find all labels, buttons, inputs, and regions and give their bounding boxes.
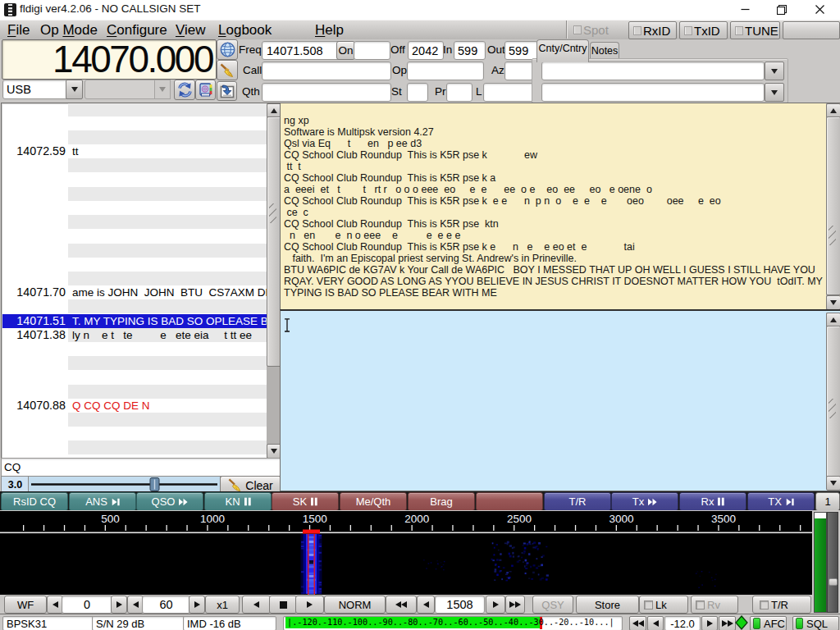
macro-button-tx[interactable]: Tx xyxy=(611,492,678,511)
blank-toggle[interactable] xyxy=(783,21,840,39)
tab-cnty-cntry[interactable]: Cnty/Cntry xyxy=(536,39,589,62)
freq-right-fast-button[interactable] xyxy=(505,596,525,614)
maximize-button[interactable] xyxy=(764,0,800,19)
mnemonic-underline: L xyxy=(218,22,226,38)
TUNE-toggle[interactable]: TUNE xyxy=(730,21,780,39)
menu-help[interactable]: Help xyxy=(315,21,344,39)
time-on-input[interactable] xyxy=(354,41,390,60)
browser-stripe xyxy=(68,244,268,258)
tx-text-panel[interactable] xyxy=(280,309,840,491)
macro-button-rx[interactable]: Rx xyxy=(679,492,746,511)
wf-forward-button[interactable] xyxy=(295,596,324,614)
menu-file[interactable]: File xyxy=(7,21,30,39)
TxID-toggle[interactable]: TxID xyxy=(679,21,728,39)
qrz-lookup-button[interactable] xyxy=(217,39,238,60)
macro-button-me-qth[interactable]: Me/Qth xyxy=(340,492,407,511)
macro-button-1[interactable]: 1 xyxy=(815,492,840,511)
freq-left-button[interactable] xyxy=(417,596,435,614)
browser-channel-row[interactable]: 14071.70ame is JOHN JOHN BTU CS7AXM DE W xyxy=(2,285,267,299)
wf-norm-button[interactable]: NORM xyxy=(324,596,386,614)
scroll-down-button[interactable] xyxy=(826,295,840,310)
sql-right-fast-button[interactable] xyxy=(719,616,736,630)
scroll-down-button[interactable] xyxy=(826,476,840,491)
close-button[interactable] xyxy=(801,0,838,19)
wf-speed-left-button[interactable] xyxy=(47,596,63,614)
country-combo-input[interactable] xyxy=(541,62,765,80)
store-button[interactable]: Store xyxy=(576,596,639,614)
squelch-slider[interactable] xyxy=(827,512,838,613)
squelch-value[interactable]: -12.0 xyxy=(664,616,701,630)
county-combo-arrow[interactable] xyxy=(765,83,784,102)
scrollbar-thumb[interactable] xyxy=(826,116,840,295)
browser-channel-row[interactable]: 14070.88Q CQ CQ DE N xyxy=(2,399,267,413)
op-input[interactable] xyxy=(407,62,484,80)
wf-back-button[interactable] xyxy=(242,596,271,614)
wf-mode-button[interactable]: WF xyxy=(4,596,47,614)
call-input[interactable] xyxy=(262,62,391,80)
macro-button-tx[interactable]: TX xyxy=(747,492,815,511)
sql-right-button[interactable] xyxy=(701,616,718,630)
save-qso-button[interactable] xyxy=(217,81,237,101)
macro-button-ans[interactable]: ANS xyxy=(69,492,136,511)
freq-left-fast-button[interactable] xyxy=(386,596,417,614)
wf-offset-value[interactable]: 60 xyxy=(142,596,190,614)
qth-input[interactable] xyxy=(262,83,391,102)
county-combo-input[interactable] xyxy=(541,83,765,102)
log-freq-input[interactable]: 14071.508 xyxy=(262,41,342,60)
macro-button-t-r[interactable]: T/R xyxy=(544,492,611,511)
country-combo-arrow[interactable] xyxy=(765,62,784,80)
afc-toggle[interactable]: AFC xyxy=(750,616,787,630)
sql-left-button[interactable] xyxy=(647,616,664,630)
imd-status: IMD -16 dB xyxy=(183,616,276,630)
rst-in-input[interactable]: 599 xyxy=(454,41,486,60)
rst-out-input[interactable]: 599 xyxy=(504,41,538,60)
mode-status[interactable]: BPSK31 xyxy=(2,616,94,630)
wf-speed-right-button[interactable] xyxy=(111,596,127,614)
browser-channel-row[interactable]: 14071.51T. MY TYPING IS BAD SO OPLEASE B… xyxy=(2,314,268,328)
browser-slider[interactable] xyxy=(28,476,221,493)
az-input[interactable] xyxy=(504,62,533,80)
tx-scrollbar[interactable] xyxy=(826,313,839,490)
wf-offset-left-button[interactable] xyxy=(127,596,144,614)
wf-zoom-button[interactable]: x1 xyxy=(205,596,240,614)
logbook-dialog-button[interactable] xyxy=(195,80,216,100)
time-on-button[interactable]: On xyxy=(336,41,355,60)
checkbox-icon xyxy=(684,26,692,35)
macro-button-kn[interactable]: KN xyxy=(204,492,272,511)
macro-button-brag[interactable]: Brag xyxy=(408,492,475,511)
macro-button-rsid-cq[interactable]: RsID CQ xyxy=(1,492,68,511)
wf-offset-right-button[interactable] xyxy=(189,596,205,614)
RxID-toggle[interactable]: RxID xyxy=(628,21,677,39)
macro-button-sk[interactable]: SK xyxy=(272,492,339,511)
squelch-handle[interactable] xyxy=(829,578,838,586)
wf-stop-button[interactable] xyxy=(269,596,297,614)
clear-log-fields-button[interactable] xyxy=(217,60,238,80)
st-input[interactable] xyxy=(407,83,428,102)
time-off-input[interactable]: 2042 xyxy=(408,41,444,60)
browser-scrollbar[interactable] xyxy=(267,103,280,458)
macro-button-qso[interactable]: QSO xyxy=(136,492,203,511)
on-label-text: On xyxy=(338,44,353,57)
scrollbar-thumb[interactable] xyxy=(826,326,840,477)
macro-button-blank-7[interactable] xyxy=(476,492,543,511)
sql-toggle[interactable]: SQL xyxy=(792,616,839,630)
rx-scrollbar[interactable] xyxy=(826,103,839,309)
lock-toggle[interactable]: Lk xyxy=(639,596,688,614)
minimize-button[interactable] xyxy=(727,0,763,19)
browser-channel-row[interactable]: 14072.59tt xyxy=(2,144,267,158)
txrx-toggle[interactable]: T/R xyxy=(752,596,811,614)
pr-input[interactable] xyxy=(446,83,472,102)
freq-right-button[interactable] xyxy=(486,596,505,614)
browser-search-input[interactable]: CQ xyxy=(1,458,284,477)
frequency-display[interactable]: 14070.000 xyxy=(2,39,217,80)
wf-speed-value[interactable]: 0 xyxy=(62,596,112,614)
mode-combo-arrow[interactable] xyxy=(66,80,83,99)
menu-logbook[interactable]: Logbook xyxy=(218,21,272,39)
refresh-button[interactable] xyxy=(174,80,195,100)
rx-text-panel[interactable]: ng xpSoftware is Multipsk version 4.27Qs… xyxy=(280,103,840,312)
browser-channel-row[interactable]: 14071.38ly n e t te e ete eia t tt ee xyxy=(2,328,267,342)
loc-input[interactable] xyxy=(483,83,535,102)
cursor-freq-value[interactable]: 1508 xyxy=(435,596,485,614)
mode-combo-value[interactable]: USB xyxy=(2,80,71,99)
sql-left-fast-button[interactable] xyxy=(629,616,646,630)
